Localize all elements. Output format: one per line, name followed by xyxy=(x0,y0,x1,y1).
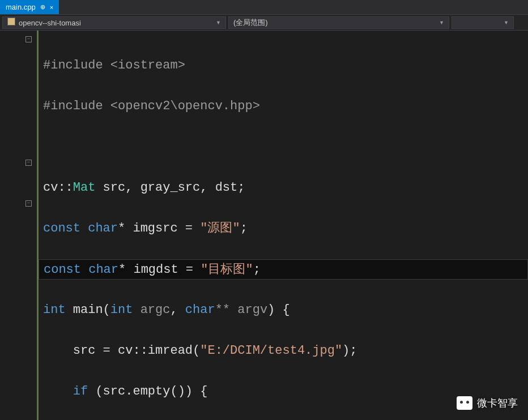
watermark: 微卡智享 xyxy=(457,396,518,410)
tab-bar: main.cpp ⊕ × xyxy=(0,0,528,15)
param: ** argv xyxy=(215,303,267,317)
wechat-icon xyxy=(457,396,472,410)
fold-toggle[interactable]: − xyxy=(25,160,32,166)
param: argc xyxy=(133,303,170,317)
string-literal: "目标图" xyxy=(201,263,253,277)
keyword: const char xyxy=(44,263,118,277)
tab-pin-icon[interactable]: ⊕ xyxy=(40,3,45,11)
fold-toggle[interactable]: − xyxy=(25,200,32,207)
keyword: char xyxy=(185,303,215,317)
chevron-down-icon: ▼ xyxy=(504,20,509,25)
keyword: int xyxy=(43,303,66,317)
scope-label: (全局范围) xyxy=(233,18,268,28)
code-text: main( xyxy=(66,303,110,317)
chevron-down-icon: ▼ xyxy=(439,20,444,25)
code-text: (src.empty()) { xyxy=(88,384,207,398)
keyword: const char xyxy=(43,221,118,235)
keyword: if xyxy=(73,384,88,398)
file-tab[interactable]: main.cpp ⊕ × xyxy=(0,0,59,14)
string-literal: "E:/DCIM/test4.jpg" xyxy=(200,344,342,358)
string-literal: "源图" xyxy=(200,221,240,235)
chevron-down-icon: ▼ xyxy=(216,20,221,25)
scope-dropdown[interactable]: (全局范围) ▼ xyxy=(228,16,449,29)
include-path: <opencv2\opencv.hpp> xyxy=(110,99,260,113)
namespace: cv xyxy=(43,181,58,195)
include-path: <iostream> xyxy=(110,58,185,72)
type: Mat xyxy=(73,181,96,195)
fold-toggle[interactable]: − xyxy=(25,36,32,42)
project-icon xyxy=(7,18,15,25)
gutter: − − − xyxy=(0,31,39,420)
highlighted-line: const char* imgdst = "目标图"; xyxy=(39,259,528,280)
code-editor[interactable]: − − − #include <iostream> #include <open… xyxy=(0,31,528,420)
blank-line xyxy=(43,137,528,157)
project-name: opencv--shi-tomasi xyxy=(19,19,81,27)
code-text: src, gray_src, dst; xyxy=(95,181,245,195)
watermark-text: 微卡智享 xyxy=(477,396,518,410)
preprocessor: #include xyxy=(43,58,103,72)
preprocessor: #include xyxy=(43,99,103,113)
project-dropdown[interactable]: opencv--shi-tomasi ▼ xyxy=(2,16,226,29)
code-text: * imgdst = xyxy=(118,263,201,277)
keyword: int xyxy=(110,303,133,317)
code-text: * imgsrc = xyxy=(118,221,200,235)
member-dropdown[interactable]: ▼ xyxy=(452,16,514,29)
tab-close-icon[interactable]: × xyxy=(50,4,53,11)
tab-filename: main.cpp xyxy=(6,3,36,11)
code-text: src = cv::imread( xyxy=(43,344,200,358)
navigation-bar: opencv--shi-tomasi ▼ (全局范围) ▼ ▼ xyxy=(0,15,528,31)
code-area[interactable]: #include <iostream> #include <opencv2\op… xyxy=(39,31,528,420)
